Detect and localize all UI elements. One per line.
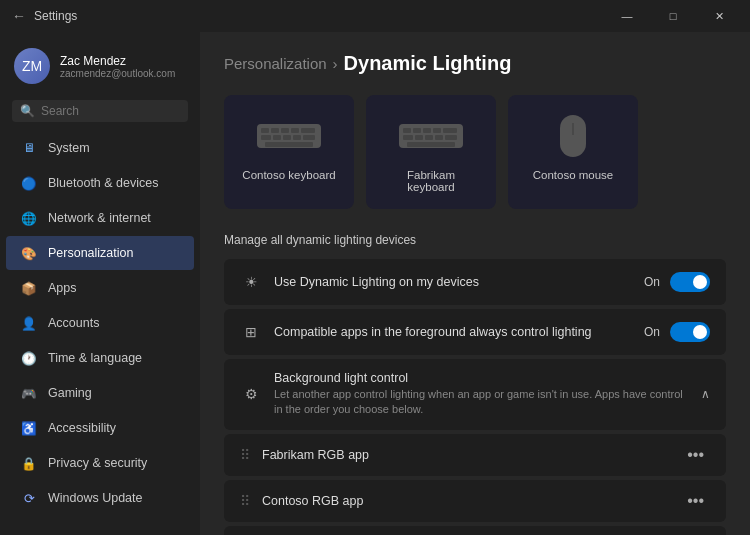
svg-rect-5 [301, 128, 315, 133]
accessibility-icon: ♿ [20, 419, 38, 437]
maximize-button[interactable]: □ [650, 0, 696, 32]
bluetooth-icon: 🔵 [20, 174, 38, 192]
titlebar-controls: — □ ✕ [604, 0, 742, 32]
sidebar-item-apps[interactable]: 📦 Apps [6, 271, 194, 305]
svg-rect-4 [291, 128, 299, 133]
device-icon-area [396, 111, 466, 161]
sidebar-label-network: Network & internet [48, 211, 151, 225]
sidebar-item-accounts[interactable]: 👤 Accounts [6, 306, 194, 340]
update-icon: ⟳ [20, 489, 38, 507]
svg-rect-16 [433, 128, 441, 133]
svg-rect-20 [425, 135, 433, 140]
sidebar-label-gaming: Gaming [48, 386, 92, 400]
sidebar-label-system: System [48, 141, 90, 155]
svg-rect-6 [261, 135, 271, 140]
time-icon: 🕐 [20, 349, 38, 367]
keyboard-icon [255, 120, 323, 152]
app-label-fabrikam-rgb: Fabrikam RGB app [262, 448, 669, 462]
svg-rect-13 [403, 128, 411, 133]
sidebar-item-system[interactable]: 🖥 System [6, 131, 194, 165]
sidebar-item-gaming[interactable]: 🎮 Gaming [6, 376, 194, 410]
back-icon[interactable]: ← [12, 8, 26, 24]
toggle-group-use-dynamic-lighting: On [644, 272, 710, 292]
device-label-fabrikam-keyboard: Fabrikam keyboard [382, 169, 480, 193]
setting-row-brightness: ☀ Brightness Reset for all devices [224, 526, 726, 535]
device-card-contoso-keyboard[interactable]: Contoso keyboard [224, 95, 354, 209]
privacy-icon: 🔒 [20, 454, 38, 472]
sidebar-label-accessibility: Accessibility [48, 421, 116, 435]
setting-title-background-light: Background light control [274, 371, 689, 385]
svg-rect-18 [403, 135, 413, 140]
content-area: Personalization › Dynamic Lighting Conto… [200, 32, 750, 535]
app-label-contoso-rgb: Contoso RGB app [262, 494, 669, 508]
svg-rect-14 [413, 128, 421, 133]
sidebar-item-personalization[interactable]: 🎨 Personalization [6, 236, 194, 270]
setting-row-compatible-apps: ⊞ Compatible apps in the foreground alwa… [224, 309, 726, 355]
svg-rect-8 [283, 135, 291, 140]
user-section: ZM Zac Mendez zacmendez@outlook.com [0, 36, 200, 96]
sidebar-item-accessibility[interactable]: ♿ Accessibility [6, 411, 194, 445]
sidebar-item-update[interactable]: ⟳ Windows Update [6, 481, 194, 515]
titlebar: ← Settings — □ ✕ [0, 0, 750, 32]
user-info: Zac Mendez zacmendez@outlook.com [60, 54, 175, 79]
toggle-label-compatible-apps: On [644, 325, 660, 339]
setting-title-compatible-apps: Compatible apps in the foreground always… [274, 325, 632, 339]
app-body: ZM Zac Mendez zacmendez@outlook.com 🔍 🖥 … [0, 32, 750, 535]
setting-text-use-dynamic-lighting: Use Dynamic Lighting on my devices [274, 275, 632, 289]
breadcrumb-parent: Personalization [224, 55, 327, 72]
more-button-contoso-rgb[interactable]: ••• [681, 490, 710, 512]
close-button[interactable]: ✕ [696, 0, 742, 32]
settings-rows: ☀ Use Dynamic Lighting on my devices On … [224, 259, 726, 430]
svg-rect-24 [560, 115, 586, 157]
user-name: Zac Mendez [60, 54, 175, 68]
keyboard-icon [397, 120, 465, 152]
titlebar-title: Settings [34, 9, 77, 23]
setting-icon-background-light: ⚙ [240, 383, 262, 405]
drag-handle-fabrikam-rgb[interactable]: ⠿ [240, 447, 250, 463]
network-icon: 🌐 [20, 209, 38, 227]
search-icon: 🔍 [20, 104, 35, 118]
svg-rect-22 [445, 135, 457, 140]
toggle-compatible-apps[interactable] [670, 322, 710, 342]
device-icon-area [538, 111, 608, 161]
more-button-fabrikam-rgb[interactable]: ••• [681, 444, 710, 466]
sidebar-item-bluetooth[interactable]: 🔵 Bluetooth & devices [6, 166, 194, 200]
setting-title-use-dynamic-lighting: Use Dynamic Lighting on my devices [274, 275, 632, 289]
svg-rect-11 [265, 142, 313, 147]
device-label-contoso-mouse: Contoso mouse [533, 169, 614, 181]
personalization-icon: 🎨 [20, 244, 38, 262]
toggle-label-use-dynamic-lighting: On [644, 275, 660, 289]
device-card-contoso-mouse[interactable]: Contoso mouse [508, 95, 638, 209]
svg-rect-19 [415, 135, 423, 140]
sidebar-item-time[interactable]: 🕐 Time & language [6, 341, 194, 375]
breadcrumb-separator: › [333, 55, 338, 72]
setting-row-background-light: ⚙ Background light control Let another a… [224, 359, 726, 430]
svg-rect-7 [273, 135, 281, 140]
sidebar-label-apps: Apps [48, 281, 77, 295]
drag-handle-contoso-rgb[interactable]: ⠿ [240, 493, 250, 509]
setting-icon-compatible-apps: ⊞ [240, 321, 262, 343]
sidebar-label-personalization: Personalization [48, 246, 133, 260]
sidebar: ZM Zac Mendez zacmendez@outlook.com 🔍 🖥 … [0, 32, 200, 535]
svg-rect-1 [261, 128, 269, 133]
svg-rect-23 [407, 142, 455, 147]
svg-rect-21 [435, 135, 443, 140]
search-input[interactable] [41, 104, 191, 118]
sidebar-item-network[interactable]: 🌐 Network & internet [6, 201, 194, 235]
system-icon: 🖥 [20, 139, 38, 157]
device-card-fabrikam-keyboard[interactable]: Fabrikam keyboard [366, 95, 496, 209]
titlebar-left: ← Settings [12, 8, 77, 24]
toggle-group-compatible-apps: On [644, 322, 710, 342]
setting-text-background-light: Background light control Let another app… [274, 371, 689, 418]
toggle-use-dynamic-lighting[interactable] [670, 272, 710, 292]
search-box[interactable]: 🔍 [12, 100, 188, 122]
app-list-rows: ⠿ Fabrikam RGB app ••• ⠿ Contoso RGB app… [224, 434, 726, 522]
minimize-button[interactable]: — [604, 0, 650, 32]
device-cards: Contoso keyboard Fabrikam keyboard Conto… [224, 95, 726, 209]
sidebar-label-time: Time & language [48, 351, 142, 365]
user-email: zacmendez@outlook.com [60, 68, 175, 79]
sidebar-item-privacy[interactable]: 🔒 Privacy & security [6, 446, 194, 480]
setting-icon-use-dynamic-lighting: ☀ [240, 271, 262, 293]
svg-rect-3 [281, 128, 289, 133]
mouse-icon [558, 113, 588, 159]
